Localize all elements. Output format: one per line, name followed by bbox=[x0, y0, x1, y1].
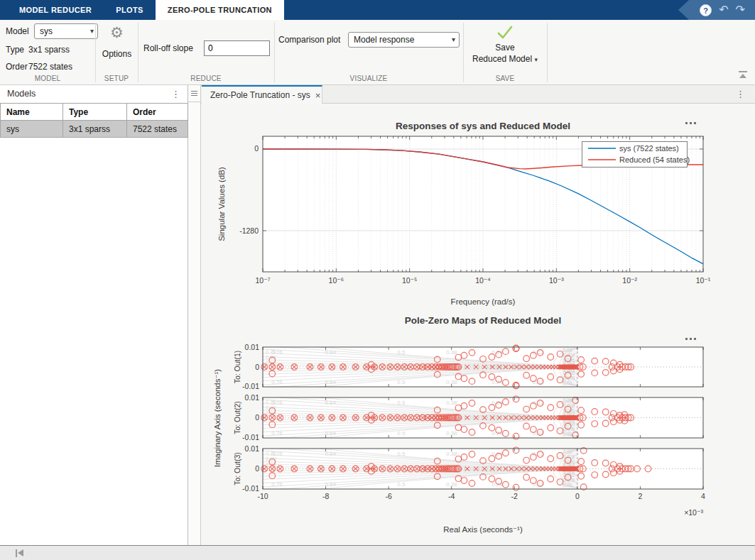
models-panel-header: Models ⋮ bbox=[0, 85, 188, 103]
pz-subplot-out3[interactable]: 0.760.760.640.640.50.50.380.380.240.240.… bbox=[233, 444, 703, 493]
svg-text:0.01: 0.01 bbox=[563, 348, 572, 353]
response-plot-menu-icon[interactable] bbox=[685, 122, 696, 124]
svg-text:0.76: 0.76 bbox=[271, 430, 283, 437]
pz-xlabel: Real Axis (seconds⁻¹) bbox=[443, 525, 523, 534]
pz-row-label: To: Out(2) bbox=[233, 401, 241, 434]
svg-text:0.64: 0.64 bbox=[325, 430, 336, 437]
collapse-left-panel-icon[interactable] bbox=[16, 549, 24, 557]
pz-y-tick: -0.01 bbox=[242, 433, 259, 441]
chevron-down-icon: ▾ bbox=[90, 24, 94, 38]
response-legend[interactable]: sys (7522 states)Reduced (54 states) bbox=[582, 142, 690, 168]
pole-zero-title: Pole-Zero Maps of Reduced Model bbox=[405, 315, 562, 326]
y-tick-label: -1280 bbox=[239, 226, 259, 235]
options-button[interactable]: ⚙ Options bbox=[97, 22, 137, 72]
svg-text:0.64: 0.64 bbox=[325, 349, 336, 356]
gear-icon: ⚙ bbox=[97, 22, 137, 43]
tab-model-reducer[interactable]: MODEL REDUCER bbox=[7, 0, 104, 20]
save-button-label-1: Save bbox=[465, 42, 545, 53]
section-label-setup: SETUP bbox=[95, 75, 138, 82]
legend-entry-label: Reduced (54 states) bbox=[619, 155, 690, 164]
pz-y-tick: 0.01 bbox=[245, 393, 260, 402]
model-row-name[interactable]: sys bbox=[1, 121, 63, 138]
svg-text:0.64: 0.64 bbox=[325, 379, 336, 385]
legend-entry-label: sys (7522 states) bbox=[619, 144, 679, 153]
models-col-type[interactable]: Type bbox=[63, 104, 127, 121]
rolloff-input[interactable] bbox=[204, 40, 270, 56]
type-label: Type bbox=[6, 42, 24, 57]
svg-text:0.12: 0.12 bbox=[533, 481, 544, 488]
svg-text:0.01: 0.01 bbox=[563, 483, 572, 488]
close-icon[interactable]: × bbox=[315, 90, 321, 101]
model-dropdown[interactable]: sys ▾ bbox=[34, 23, 98, 39]
pz-y-tick: -0.01 bbox=[242, 382, 259, 390]
y-tick-label: 0 bbox=[254, 144, 259, 153]
pz-x-tick-label: -6 bbox=[385, 492, 391, 500]
document-tabbar: Zero-Pole Truncation - sys × ⋮ bbox=[201, 85, 755, 104]
table-row[interactable]: sys 3x1 sparss 7522 states bbox=[1, 121, 188, 138]
tab-zero-pole-truncation[interactable]: ZERO-POLE TRUNCATION bbox=[156, 0, 284, 20]
model-reducer-app: MODEL REDUCER PLOTS ZERO-POLE TRUNCATION… bbox=[0, 0, 755, 560]
plots-canvas[interactable]: 0-128010⁻⁷10⁻⁶10⁻⁵10⁻⁴10⁻³10⁻²10⁻¹Freque… bbox=[201, 104, 755, 545]
document-tabbar-menu-icon[interactable]: ⋮ bbox=[736, 86, 745, 103]
pz-x-tick-label: 2 bbox=[639, 492, 643, 500]
model-row-type[interactable]: 3x1 sparss bbox=[63, 121, 127, 138]
pz-subplot-out1[interactable]: 0.760.760.640.640.50.50.380.380.240.240.… bbox=[233, 343, 703, 390]
svg-text:0.76: 0.76 bbox=[271, 481, 283, 488]
model-row-order[interactable]: 7522 states bbox=[127, 121, 188, 138]
models-col-order[interactable]: Order bbox=[127, 104, 188, 121]
save-button-label-2: Reduced Model ▾ bbox=[465, 53, 545, 65]
model-label: Model bbox=[6, 23, 29, 39]
figure-area: 0-128010⁻⁷10⁻⁶10⁻⁵10⁻⁴10⁻³10⁻²10⁻¹Freque… bbox=[201, 104, 755, 545]
document-tab-label: Zero-Pole Truncation - sys bbox=[210, 90, 310, 100]
status-bar bbox=[0, 545, 755, 560]
response-ylabel: Singular Values (dB) bbox=[217, 167, 226, 241]
pole-zero-plot-menu-icon[interactable] bbox=[685, 338, 696, 340]
pz-x-tick-label: 4 bbox=[701, 492, 705, 500]
section-label-model: MODEL bbox=[0, 75, 95, 82]
x-tick-label: 10⁻⁶ bbox=[329, 276, 344, 285]
comparison-plot-dropdown[interactable]: Model response ▾ bbox=[348, 32, 460, 48]
panel-splitter[interactable] bbox=[188, 85, 201, 545]
svg-text:0.64: 0.64 bbox=[325, 481, 336, 488]
models-col-name[interactable]: Name bbox=[1, 104, 63, 121]
pz-x-tick-label: 0 bbox=[575, 492, 580, 500]
x-tick-label: 10⁻⁷ bbox=[255, 276, 270, 285]
save-reduced-model-button[interactable]: Save Reduced Model ▾ bbox=[465, 26, 545, 65]
pz-x-multiplier: ×10⁻³ bbox=[684, 508, 703, 517]
svg-text:0.5: 0.5 bbox=[397, 451, 406, 457]
svg-text:0.76: 0.76 bbox=[271, 379, 283, 385]
svg-text:0.01: 0.01 bbox=[563, 398, 572, 403]
svg-text:0.5: 0.5 bbox=[397, 379, 406, 385]
collapse-ribbon-button[interactable] bbox=[738, 71, 748, 79]
order-value: 7522 states bbox=[28, 59, 72, 75]
x-tick-label: 10⁻⁵ bbox=[402, 276, 418, 285]
pz-subplot-out2[interactable]: 0.760.760.640.640.50.50.380.380.240.240.… bbox=[233, 393, 703, 441]
svg-text:0.5: 0.5 bbox=[397, 400, 406, 406]
models-panel-menu-icon[interactable]: ⋮ bbox=[171, 85, 180, 103]
response-plot: 0-128010⁻⁷10⁻⁶10⁻⁵10⁻⁴10⁻³10⁻²10⁻¹Freque… bbox=[217, 121, 711, 306]
pz-row-label: To: Out(1) bbox=[233, 351, 241, 384]
quick-access-zone: ? ↶ ↷ bbox=[678, 0, 755, 20]
svg-text:0.38: 0.38 bbox=[446, 451, 457, 457]
redo-icon[interactable]: ↷ bbox=[736, 4, 745, 16]
svg-text:0.5: 0.5 bbox=[397, 481, 406, 488]
rolloff-label: Roll-off slope bbox=[143, 43, 193, 53]
models-panel-title: Models bbox=[7, 89, 36, 99]
pz-y-tick: 0 bbox=[255, 413, 259, 422]
document-tab-zero-pole-truncation[interactable]: Zero-Pole Truncation - sys × bbox=[202, 85, 322, 104]
x-tick-label: 10⁻¹ bbox=[696, 276, 711, 285]
toolstrip-tabbar: MODEL REDUCER PLOTS ZERO-POLE TRUNCATION… bbox=[0, 0, 755, 20]
models-table: Name Type Order sys 3x1 sparss 7522 stat… bbox=[0, 103, 188, 138]
svg-text:0.38: 0.38 bbox=[446, 349, 457, 356]
svg-text:0.008: 0.008 bbox=[563, 403, 575, 408]
svg-text:0.01: 0.01 bbox=[563, 380, 572, 385]
pz-row-label: To: Out(3) bbox=[233, 452, 241, 485]
undo-icon[interactable]: ↶ bbox=[719, 4, 728, 16]
type-value: 3x1 sparss bbox=[28, 42, 70, 57]
model-dropdown-value: sys bbox=[40, 26, 53, 36]
help-icon[interactable]: ? bbox=[700, 4, 712, 16]
toolstrip-ribbon: Model sys ▾ Type 3x1 sparss Order 7522 s… bbox=[0, 20, 755, 85]
tab-plots[interactable]: PLOTS bbox=[104, 0, 156, 20]
section-label-reduce: REDUCE bbox=[138, 75, 274, 82]
splitter-grip-icon[interactable] bbox=[188, 85, 200, 102]
